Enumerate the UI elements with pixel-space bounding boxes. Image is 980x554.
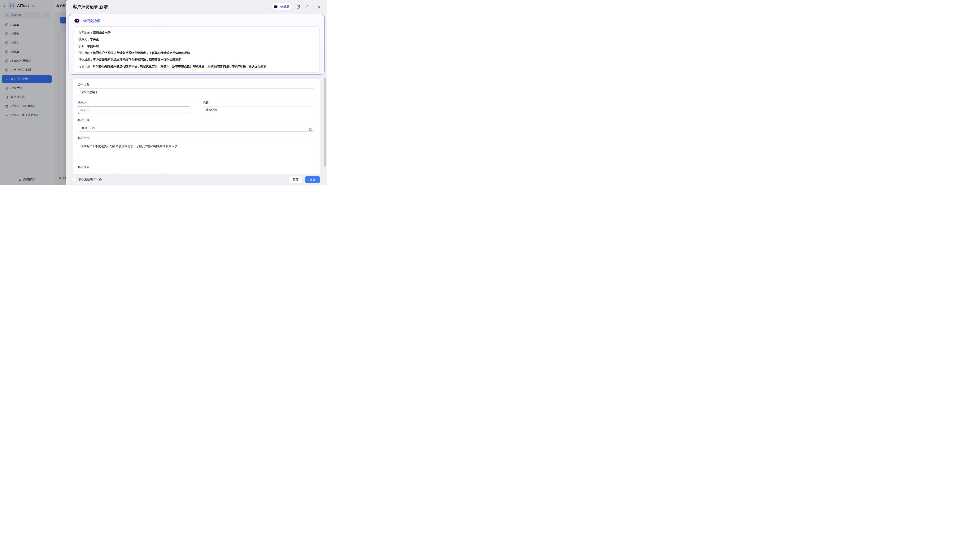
drawer-footer: 提交后新增下一条 暂存 提交 bbox=[65, 174, 326, 185]
new-record-drawer: 客户拜访记录-新增 AI填单 bbox=[65, 0, 326, 185]
ai-section-title: AI识别内容 bbox=[83, 18, 100, 23]
submit-next-checkbox[interactable] bbox=[73, 178, 76, 181]
position-label: 职务 bbox=[203, 100, 315, 104]
record-form: 公司名称 联系人 职务 拜访日期 拜访目的 bbox=[73, 79, 320, 174]
drawer-title: 客户拜访记录-新增 bbox=[73, 4, 272, 10]
drawer-header: 客户拜访记录-新增 AI填单 bbox=[65, 0, 326, 13]
robot-icon bbox=[73, 18, 80, 24]
ai-recognition-card: AI识别内容 公司名称：深圳华盛电子 联系人：李先生 职务：采购经理 拜访目的：… bbox=[68, 14, 325, 75]
robot-icon bbox=[273, 4, 278, 9]
close-icon[interactable] bbox=[317, 5, 321, 9]
visit-outcome-field[interactable]: 客户反馈现有系统在移动端存在卡顿问题，期望新版本优化加载速度 bbox=[78, 171, 315, 174]
company-name-field[interactable] bbox=[78, 88, 315, 96]
visit-purpose-field[interactable]: 沟通客户下季度进货计划及系统升级需求，了解其对移动端使用体验的反馈 bbox=[78, 142, 315, 160]
ai-recognized-content: 公司名称：深圳华盛电子 联系人：李先生 职务：采购经理 拜访目的：沟通客户下季度… bbox=[73, 26, 320, 73]
ai-fill-button[interactable]: AI填单 bbox=[272, 3, 292, 11]
app-window: AITest ⇆ + AI填单 AI语音 bbox=[0, 0, 326, 185]
open-new-window-icon[interactable] bbox=[296, 5, 301, 9]
save-draft-button[interactable]: 暂存 bbox=[289, 176, 302, 183]
position-field[interactable] bbox=[203, 106, 315, 114]
visit-date-field[interactable] bbox=[78, 124, 315, 132]
submit-button[interactable]: 提交 bbox=[305, 176, 320, 183]
contact-field[interactable] bbox=[78, 106, 190, 114]
expand-icon[interactable] bbox=[304, 5, 309, 9]
contact-label: 联系人 bbox=[78, 100, 190, 104]
company-name-label: 公司名称 bbox=[78, 83, 315, 87]
drawer-scrollbar[interactable] bbox=[324, 78, 326, 167]
ai-fill-label: AI填单 bbox=[280, 5, 289, 9]
visit-outcome-label: 拜访成果 bbox=[78, 166, 315, 169]
visit-purpose-label: 拜访目的 bbox=[78, 136, 315, 140]
calendar-icon[interactable] bbox=[309, 127, 312, 131]
submit-next-label: 提交后新增下一条 bbox=[78, 178, 102, 181]
visit-date-label: 拜访日期 bbox=[78, 118, 315, 122]
